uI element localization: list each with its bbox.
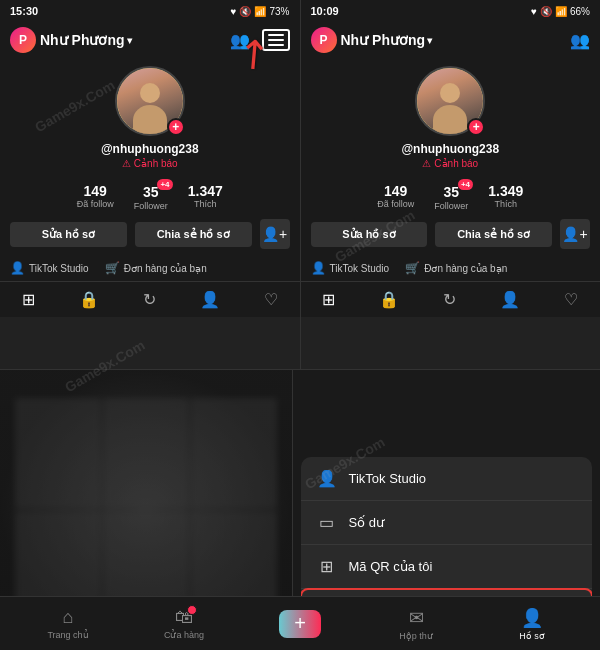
right-status-bar: 10:09 ♥ 🔇 📶 66% <box>301 0 601 22</box>
left-likes-count: 1.347 <box>188 183 223 199</box>
left-tab-people[interactable]: 👤 <box>192 288 228 311</box>
right-content-tabs: ⊞ 🔒 ↻ 👤 ♡ <box>301 281 601 317</box>
menu-item-balance[interactable]: ▭ Số dư <box>301 501 593 545</box>
orders-label: Đơn hàng của bạn <box>124 263 207 274</box>
right-follower-plus: +4 <box>458 179 473 190</box>
right-orders-link[interactable]: 🛒 Đơn hàng của bạn <box>405 261 507 275</box>
left-status-icons: ♥ 🔇 📶 73% <box>231 6 290 17</box>
menu-line-3 <box>268 44 284 46</box>
home-label: Trang chủ <box>47 630 88 640</box>
battery-icon: 73% <box>269 6 289 17</box>
left-chevron-icon: ▾ <box>127 35 132 46</box>
right-username-text: Như Phương <box>341 32 426 48</box>
left-status-bar: 15:30 ♥ 🔇 📶 73% <box>0 0 300 22</box>
right-people-icon[interactable]: 👥 <box>570 31 590 50</box>
right-nav-avatar: P <box>311 27 337 53</box>
left-tiktok-studio-link[interactable]: 👤 TikTok Studio <box>10 261 89 275</box>
left-username-nav[interactable]: Như Phương ▾ <box>40 32 132 48</box>
nav-tab-shop[interactable]: 🛍 Cửa hàng <box>126 607 242 640</box>
right-edit-profile-button[interactable]: Sửa hồ sơ <box>311 222 428 247</box>
right-profile-handle: @nhuphuong238 <box>401 142 499 156</box>
home-icon: ⌂ <box>63 607 74 628</box>
right-tab-lock[interactable]: 🔒 <box>371 288 407 311</box>
right-secondary-links: 👤 TikTok Studio 🛒 Đơn hàng của bạn <box>301 257 601 281</box>
create-button[interactable]: + <box>279 610 321 638</box>
right-likes-count: 1.349 <box>488 183 523 199</box>
menu-item-tiktok-studio[interactable]: 👤 TikTok Studio <box>301 457 593 501</box>
left-orders-link[interactable]: 🛒 Đơn hàng của bạn <box>105 261 207 275</box>
right-orders-label: Đơn hàng của bạn <box>424 263 507 274</box>
right-phone-screen: 10:09 ♥ 🔇 📶 66% P Như Phương ▾ 👥 <box>301 0 601 369</box>
profile-label: Hồ sơ <box>519 631 545 641</box>
right-avatar-plus-button[interactable]: + <box>467 118 485 136</box>
nav-tab-home[interactable]: ⌂ Trang chủ <box>10 607 126 640</box>
left-warning-text: Cảnh báo <box>134 158 178 169</box>
right-tab-repost[interactable]: ↻ <box>435 288 464 311</box>
bottom-navigation: ⌂ Trang chủ 🛍 Cửa hàng + ✉ Hộp thư 👤 Hồ … <box>0 596 600 650</box>
menu-item-qr[interactable]: ⊞ Mã QR của tôi <box>301 545 593 589</box>
orders-icon: 🛒 <box>105 261 120 275</box>
left-tab-lock[interactable]: 🔒 <box>71 288 107 311</box>
left-nav-left: P Như Phương ▾ <box>10 27 132 53</box>
left-share-profile-button[interactable]: Chia sẻ hồ sơ <box>135 222 252 247</box>
right-add-friend-button[interactable]: 👤+ <box>560 219 590 249</box>
left-stats-row: 149 Đã follow 35 +4 Follower 1.347 Thích <box>0 175 300 219</box>
right-tab-grid[interactable]: ⊞ <box>314 288 343 311</box>
right-tab-heart[interactable]: ♡ <box>556 288 586 311</box>
create-plus-icon: + <box>294 612 306 635</box>
right-avatar-person-silhouette <box>430 79 470 134</box>
left-people-icon[interactable]: 👥 <box>230 31 250 50</box>
right-warning-text: Cảnh báo <box>434 158 478 169</box>
left-action-buttons: Sửa hồ sơ Chia sẻ hồ sơ 👤+ <box>0 219 300 257</box>
right-content-area <box>301 317 601 369</box>
right-stat-follower: 35 +4 Follower <box>434 183 468 211</box>
tiktok-studio-menu-icon: 👤 <box>317 469 337 488</box>
left-secondary-links: 👤 TikTok Studio 🛒 Đơn hàng của bạn <box>0 257 300 281</box>
blurred-grid <box>15 398 277 622</box>
right-wifi-icon: 📶 <box>555 6 567 17</box>
menu-line-2 <box>268 39 284 41</box>
left-tab-heart[interactable]: ♡ <box>256 288 286 311</box>
nav-tab-profile[interactable]: 👤 Hồ sơ <box>474 607 590 641</box>
left-follower-label: Follower <box>134 201 168 211</box>
left-edit-profile-button[interactable]: Sửa hồ sơ <box>10 222 127 247</box>
left-tab-grid[interactable]: ⊞ <box>14 288 43 311</box>
left-tab-repost[interactable]: ↻ <box>135 288 164 311</box>
left-username-text: Như Phương <box>40 32 125 48</box>
qr-label: Mã QR của tôi <box>349 559 433 574</box>
nav-tab-create[interactable]: + <box>242 610 358 638</box>
left-nav-right: 👥 <box>230 29 290 51</box>
qr-icon: ⊞ <box>317 557 337 576</box>
add-friend-icon: 👤+ <box>262 226 287 242</box>
left-phone-screen: 15:30 ♥ 🔇 📶 73% P Như Phương ▾ 👥 <box>0 0 301 369</box>
right-username-nav[interactable]: Như Phương ▾ <box>341 32 433 48</box>
profile-icon: 👤 <box>521 607 543 629</box>
right-follow-label: Đã follow <box>377 199 414 209</box>
right-tab-people[interactable]: 👤 <box>492 288 528 311</box>
inbox-icon: ✉ <box>409 607 424 629</box>
right-add-friend-icon: 👤+ <box>562 226 587 242</box>
right-tiktok-studio-link[interactable]: 👤 TikTok Studio <box>311 261 390 275</box>
left-add-friend-button[interactable]: 👤+ <box>260 219 290 249</box>
right-top-nav: P Như Phương ▾ 👥 <box>301 22 601 58</box>
right-battery-icon: 66% <box>570 6 590 17</box>
right-warning-badge: ⚠ Cảnh báo <box>422 158 478 169</box>
left-top-nav: P Như Phương ▾ 👥 <box>0 22 300 58</box>
right-follower-label: Follower <box>434 201 468 211</box>
left-follow-count: 149 <box>84 183 107 199</box>
top-half: 15:30 ♥ 🔇 📶 73% P Như Phương ▾ 👥 <box>0 0 600 370</box>
inbox-label: Hộp thư <box>399 631 433 641</box>
left-follow-label: Đã follow <box>77 199 114 209</box>
tiktok-studio-menu-label: TikTok Studio <box>349 471 427 486</box>
left-menu-button[interactable] <box>262 29 290 51</box>
left-profile-handle: @nhuphuong238 <box>101 142 199 156</box>
volume-icon: 🔇 <box>239 6 251 17</box>
right-share-profile-button[interactable]: Chia sẻ hồ sơ <box>435 222 552 247</box>
left-nav-avatar: P <box>10 27 36 53</box>
tiktok-studio-label: TikTok Studio <box>29 263 89 274</box>
blur-cell-1 <box>15 398 101 509</box>
shop-icon: 🛍 <box>175 607 193 628</box>
right-follower-count: 35 <box>443 184 459 200</box>
nav-tab-inbox[interactable]: ✉ Hộp thư <box>358 607 474 641</box>
left-avatar-plus-button[interactable]: + <box>167 118 185 136</box>
